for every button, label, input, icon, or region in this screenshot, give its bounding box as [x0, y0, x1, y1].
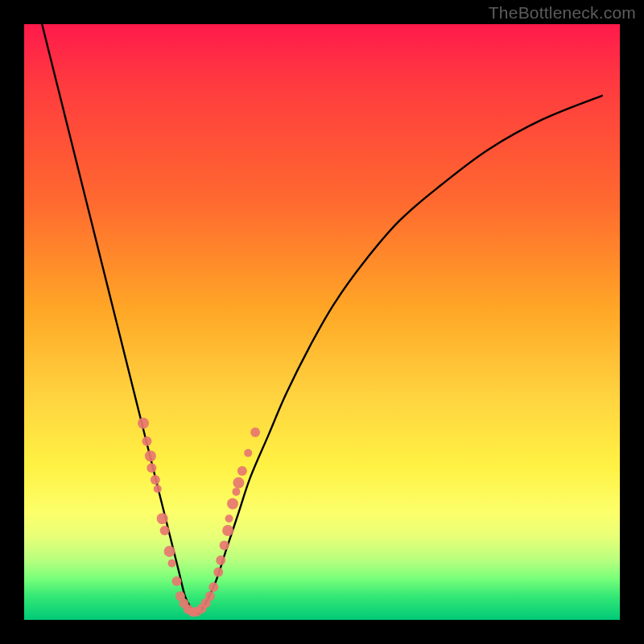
observation-point: [250, 427, 260, 437]
observation-point: [225, 514, 233, 522]
observation-point: [216, 555, 225, 565]
observation-point: [220, 541, 229, 551]
observation-point: [147, 463, 156, 473]
observation-point: [164, 546, 175, 557]
observation-point: [222, 525, 233, 536]
observation-point: [208, 582, 218, 592]
observation-point: [227, 498, 238, 510]
observation-point: [232, 488, 240, 496]
observation-point: [151, 475, 160, 485]
observation-point: [142, 436, 151, 446]
observation-point: [154, 485, 162, 493]
chart-frame: TheBottleneck.com: [0, 0, 644, 644]
observation-point: [233, 477, 244, 489]
observation-point: [244, 449, 252, 457]
observation-point: [205, 591, 215, 601]
watermark-text: TheBottleneck.com: [489, 3, 636, 23]
observation-point: [138, 418, 149, 429]
plot-area: [24, 24, 620, 620]
chart-svg: [24, 24, 620, 620]
observation-point: [145, 451, 156, 462]
observation-point: [237, 466, 247, 476]
observations-scatter: [138, 418, 260, 617]
bottleneck-curve: [42, 24, 602, 614]
observation-point: [157, 513, 168, 524]
observation-point: [171, 576, 181, 586]
observation-point: [168, 559, 176, 568]
observation-point: [160, 526, 170, 535]
observation-point: [213, 568, 223, 577]
